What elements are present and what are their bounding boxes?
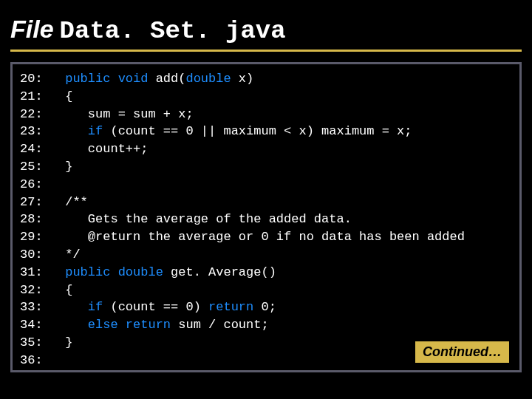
keyword-token: if — [88, 124, 103, 138]
text-token — [43, 72, 66, 86]
code-line: 20: public void add(double x) — [20, 70, 512, 88]
keyword-token: return — [208, 300, 253, 314]
continued-badge: Continued… — [415, 341, 509, 363]
line-number: 29: — [20, 230, 43, 244]
text-token: Gets the average of the added data. — [43, 212, 352, 226]
text-token: (count == 0 || maximum < x) maximum = x; — [103, 124, 412, 138]
code-line: 32: { — [20, 282, 512, 299]
keyword-token: public void — [65, 72, 148, 86]
line-number: 27: — [20, 195, 43, 209]
keyword-token: public double — [65, 265, 163, 279]
line-number: 30: — [20, 248, 43, 262]
line-number: 33: — [20, 300, 43, 314]
text-token — [43, 300, 88, 314]
text-token: (count == 0) — [103, 300, 208, 314]
keyword-token: if — [88, 300, 103, 314]
line-number: 20: — [20, 72, 43, 86]
keyword-token: else return — [88, 318, 171, 332]
code-line: 27: /** — [20, 194, 512, 211]
text-token — [43, 318, 88, 332]
line-number: 23: — [20, 124, 43, 138]
text-token: } — [43, 335, 73, 349]
code-line: 29: @return the average or 0 if no data … — [20, 228, 512, 246]
text-token: sum / count; — [171, 318, 269, 332]
text-token: add( — [148, 72, 185, 86]
text-token: x) — [231, 72, 254, 86]
line-number: 21: — [20, 89, 43, 103]
text-token: */ — [43, 248, 81, 262]
code-line: 25: } — [20, 158, 512, 176]
line-number: 26: — [20, 177, 43, 191]
text-token — [43, 265, 66, 279]
line-number: 22: — [20, 107, 43, 121]
text-token: get. Average() — [163, 265, 276, 279]
line-number: 35: — [20, 335, 43, 349]
line-number: 34: — [20, 318, 43, 332]
line-number: 24: — [20, 142, 43, 156]
line-number: 31: — [20, 265, 43, 279]
keyword-token: double — [185, 72, 231, 86]
line-number: 36: — [20, 353, 43, 367]
code-line: 26: — [20, 176, 512, 194]
code-box: 20: public void add(double x)21: {22: su… — [10, 62, 522, 372]
text-token: /** — [43, 195, 88, 209]
code-line: 30: */ — [20, 246, 512, 264]
code-line: 33: if (count == 0) return 0; — [20, 299, 512, 316]
code-line: 22: sum = sum + x; — [20, 106, 512, 123]
code-line: 28: Gets the average of the added data. — [20, 211, 512, 228]
slide: File Data. Set. java 20: public void add… — [0, 0, 532, 399]
code-line: 31: public double get. Average() — [20, 264, 512, 282]
text-token: 0; — [253, 300, 276, 314]
text-token: } — [43, 160, 73, 174]
text-token — [43, 124, 88, 138]
code-line: 21: { — [20, 88, 512, 106]
slide-title: File Data. Set. java — [10, 15, 522, 52]
text-token: count++; — [43, 142, 149, 156]
title-word: File — [10, 15, 54, 44]
code-line: 34: else return sum / count; — [20, 316, 512, 334]
code-line: 24: count++; — [20, 140, 512, 158]
text-token: sum = sum + x; — [43, 107, 194, 121]
code-line: 23: if (count == 0 || maximum < x) maxim… — [20, 123, 512, 140]
line-number: 28: — [20, 212, 43, 226]
text-token: { — [43, 283, 73, 297]
code-listing: 20: public void add(double x)21: {22: su… — [20, 70, 512, 369]
text-token: { — [43, 89, 73, 103]
line-number: 32: — [20, 283, 43, 297]
line-number: 25: — [20, 160, 43, 174]
text-token: @return the average or 0 if no data has … — [43, 230, 465, 244]
title-filename: Data. Set. java — [60, 17, 286, 45]
